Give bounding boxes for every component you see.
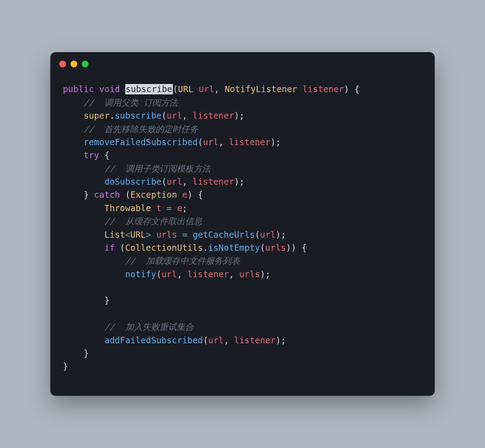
arg-url: url <box>203 137 219 147</box>
arg-listener: listener <box>193 177 234 187</box>
var-urls: urls <box>156 230 177 240</box>
param-url: url <box>198 84 214 94</box>
brace-open: { <box>354 84 360 94</box>
paren: ( <box>125 190 131 200</box>
call-addfailedsubscribed: addFailedSubscribed <box>104 335 203 346</box>
brace-close: } <box>84 348 89 359</box>
type-url: URL <box>178 84 194 94</box>
type-notifylistener: NotifyListener <box>225 84 297 94</box>
arg-url: url <box>167 111 182 121</box>
comment: // 首先移除失败的定时任务 <box>84 124 198 134</box>
dot: . <box>203 243 208 253</box>
paren-end: ); <box>234 177 244 187</box>
zoom-icon[interactable] <box>82 61 88 67</box>
comment: // 从缓存文件取出信息 <box>104 216 202 226</box>
comma: , <box>219 137 229 147</box>
paren-end: ); <box>234 111 244 121</box>
comment: // 加载缓存中文件服务列表 <box>125 256 240 266</box>
type-exception: Exception <box>130 190 177 200</box>
dot: . <box>110 111 115 121</box>
close-icon[interactable] <box>59 61 66 67</box>
paren: ( <box>162 111 167 121</box>
code-block: public void subscribe(URL url, NotifyLis… <box>50 75 435 395</box>
kw-super: super <box>84 111 110 121</box>
brace-close: } <box>84 190 89 200</box>
kw-try: try <box>84 150 99 160</box>
call-removefailedsubscribed: removeFailedSubscribed <box>84 137 198 147</box>
arg-listener: listener <box>193 111 234 121</box>
paren: ( <box>260 243 265 253</box>
arg-url: url <box>208 335 224 346</box>
brace-close: } <box>104 295 110 306</box>
op-eq: = <box>182 230 188 240</box>
kw-if: if <box>104 243 115 253</box>
call-isnotempty: isNotEmpty <box>208 243 260 253</box>
arg-urls: urls <box>239 269 260 279</box>
paren-close: ) <box>187 190 193 200</box>
call-notify: notify <box>125 269 156 279</box>
paren: ( <box>162 177 167 187</box>
kw-void: void <box>99 84 120 94</box>
semicolon: ; <box>182 203 188 213</box>
paren: ( <box>203 335 208 346</box>
paren: ( <box>255 230 260 240</box>
var-e: e <box>177 203 182 213</box>
comma: , <box>214 84 220 94</box>
comma: , <box>224 335 234 346</box>
comment: // 调用父类 订阅方法 <box>84 98 178 108</box>
paren-close: )) <box>286 243 296 253</box>
comma: , <box>182 111 193 121</box>
kw-catch: catch <box>94 190 120 200</box>
op-eq: = <box>167 203 172 213</box>
comment: // 加入失败重试集合 <box>104 322 193 332</box>
arg-url: url <box>162 269 177 279</box>
type-throwable: Throwable <box>104 203 151 213</box>
type-url: URL <box>130 230 146 240</box>
brace: { <box>104 150 110 160</box>
brace-close: } <box>63 361 68 372</box>
call-subscribe: subscribe <box>115 111 162 121</box>
paren-end: ); <box>276 335 286 346</box>
selected-method-name: subscribe <box>125 84 173 94</box>
paren-end: ); <box>260 269 270 279</box>
kw-public: public <box>63 84 94 94</box>
comment: // 调用子类订阅模板方法 <box>104 164 210 174</box>
paren: ( <box>120 243 125 253</box>
paren-end: ); <box>270 137 281 147</box>
paren: ( <box>198 137 203 147</box>
code-window: public void subscribe(URL url, NotifyLis… <box>50 52 435 395</box>
comma: , <box>177 269 187 279</box>
arg-urls: urls <box>265 243 286 253</box>
param-listener: listener <box>302 84 344 94</box>
paren-open: ( <box>173 84 178 94</box>
op-lt: < <box>125 230 131 240</box>
window-titlebar <box>50 52 435 75</box>
comma: , <box>229 269 239 279</box>
call-dosubscribe: doSubscribe <box>104 177 161 187</box>
type-collectionutils: CollectionUtils <box>125 243 203 253</box>
arg-listener: listener <box>234 335 275 346</box>
type-list: List <box>104 230 125 240</box>
call-getcacheurls: getCacheUrls <box>193 230 255 240</box>
var-e: e <box>182 190 188 200</box>
paren: ( <box>156 269 162 279</box>
paren-end: ); <box>276 230 286 240</box>
arg-listener: listener <box>187 269 229 279</box>
brace: { <box>301 243 307 253</box>
arg-url: url <box>260 230 276 240</box>
arg-listener: listener <box>229 137 270 147</box>
brace: { <box>198 190 203 200</box>
arg-url: url <box>167 177 182 187</box>
var-t: t <box>156 203 162 213</box>
minimize-icon[interactable] <box>71 61 77 67</box>
op-gt: > <box>146 230 151 240</box>
paren-close: ) <box>344 84 349 94</box>
comma: , <box>182 177 193 187</box>
